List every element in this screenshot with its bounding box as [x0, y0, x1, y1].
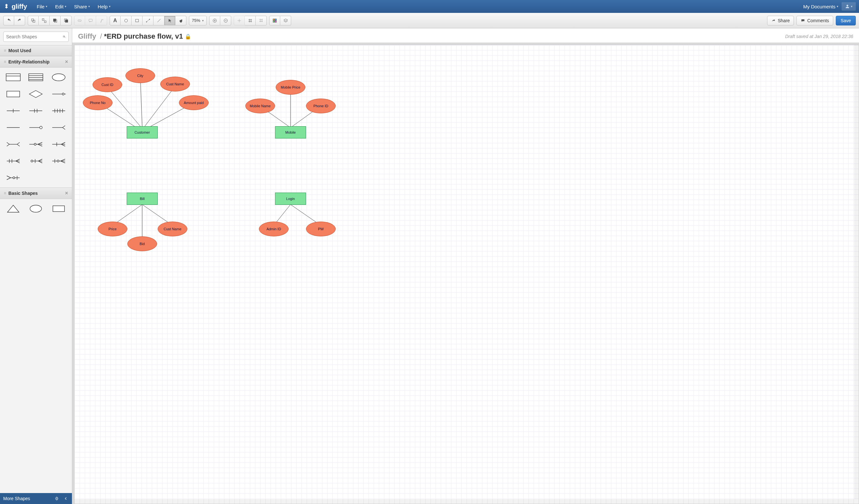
collapse-vertical-button[interactable]: [54, 495, 60, 501]
layers-button[interactable]: [280, 16, 291, 26]
attr-mobile-price[interactable]: Mobile Price: [276, 80, 305, 95]
comments-button[interactable]: Comments: [796, 16, 833, 26]
attr-bid[interactable]: Bid: [127, 236, 157, 251]
er-connector-zero[interactable]: [26, 121, 46, 134]
link-button[interactable]: [74, 16, 85, 26]
bring-front-button[interactable]: [50, 16, 61, 26]
menu-share[interactable]: Share▾: [74, 4, 90, 9]
entity-mobile[interactable]: Mobile: [275, 126, 306, 139]
entity-bill[interactable]: Bill: [127, 193, 158, 205]
svg-rect-16: [275, 19, 277, 20]
er-shape-single-entity[interactable]: [3, 71, 23, 84]
breadcrumb-root[interactable]: Gliffy: [78, 32, 96, 40]
er-connector-zero-one-many[interactable]: [26, 155, 46, 168]
svg-rect-6: [65, 20, 68, 22]
zoom-in-button[interactable]: [209, 16, 220, 26]
basic-shape-rectangle[interactable]: [49, 202, 69, 215]
drawing-guides-button[interactable]: [256, 16, 267, 26]
text-tool-button[interactable]: A: [110, 16, 121, 26]
attr-admin-id[interactable]: Admin ID: [259, 222, 289, 236]
collapse-sidebar-button[interactable]: [63, 495, 69, 501]
line-tool-button[interactable]: [153, 16, 164, 26]
canvas-vertical-scrollbar[interactable]: [854, 45, 859, 504]
svg-line-78: [61, 161, 65, 163]
svg-line-46: [63, 127, 65, 129]
basic-shape-triangle[interactable]: [3, 202, 23, 215]
canvas-horizontal-scrollbar[interactable]: [75, 499, 854, 504]
attr-cust-name[interactable]: Cust Name: [160, 77, 190, 92]
svg-line-90: [140, 77, 142, 126]
shape-search-input[interactable]: [6, 34, 63, 39]
show-grid-button[interactable]: [245, 16, 256, 26]
er-shape-attribute[interactable]: [49, 71, 69, 84]
user-menu-button[interactable]: ▾: [842, 2, 856, 11]
svg-rect-4: [53, 19, 56, 21]
svg-point-53: [34, 143, 36, 145]
er-connector-one-one-many[interactable]: [3, 155, 23, 168]
themes-button[interactable]: [269, 16, 280, 26]
clear-format-button[interactable]: [96, 16, 107, 26]
er-connector-none[interactable]: [3, 121, 23, 134]
er-connector-one[interactable]: [3, 104, 23, 117]
share-button[interactable]: Share: [767, 16, 794, 26]
svg-rect-1: [33, 20, 35, 22]
ungroup-button[interactable]: [39, 16, 50, 26]
attr-bill-cust-name[interactable]: Cust Name: [158, 222, 187, 236]
menu-file[interactable]: File▾: [37, 4, 47, 9]
drawing-canvas[interactable]: Phone No Cust ID City Cust Name Amount p…: [74, 45, 859, 504]
pointer-tool-button[interactable]: [164, 16, 176, 26]
shape-search[interactable]: [3, 32, 69, 42]
entity-login[interactable]: Login: [275, 193, 306, 205]
svg-point-11: [146, 21, 147, 22]
er-connector-zero-many[interactable]: [26, 138, 46, 151]
er-shape-relationship[interactable]: [26, 88, 46, 100]
rectangle-tool-button[interactable]: [132, 16, 142, 26]
attr-cust-id[interactable]: Cust ID: [92, 77, 122, 92]
close-icon[interactable]: ×: [65, 59, 68, 65]
er-shape-plain-entity[interactable]: [3, 88, 23, 100]
attr-phone-id[interactable]: Phone ID: [306, 98, 336, 113]
brand-logo[interactable]: gliffy: [3, 3, 27, 10]
pan-tool-button[interactable]: [176, 16, 186, 26]
basic-shape-ellipse[interactable]: [26, 202, 46, 215]
save-button[interactable]: Save: [836, 16, 856, 26]
category-entity-relationship[interactable]: ≡ Entity-Relationship ×: [0, 56, 72, 68]
attr-pw[interactable]: PW: [306, 222, 336, 236]
zoom-out-button[interactable]: [220, 16, 231, 26]
popup-note-button[interactable]: [85, 16, 96, 26]
attr-price[interactable]: Price: [98, 222, 127, 236]
connector-tool-button[interactable]: [142, 16, 153, 26]
er-connector-one-many[interactable]: [49, 138, 69, 151]
er-connector-zero-one[interactable]: [49, 88, 69, 100]
draft-status: Draft saved at Jan 29, 2018 22:36: [785, 34, 853, 39]
more-shapes-link[interactable]: More Shapes: [3, 496, 30, 501]
send-back-button[interactable]: [61, 16, 72, 26]
menu-help[interactable]: Help▾: [98, 4, 110, 9]
er-connector-one-one-both[interactable]: [49, 104, 69, 117]
group-button[interactable]: [28, 16, 39, 26]
attr-amount-paid[interactable]: Amount paid: [179, 95, 209, 110]
my-documents-link[interactable]: My Documents▾: [803, 4, 838, 9]
zoom-select[interactable]: 75% ▾: [189, 16, 207, 26]
attr-phone-no[interactable]: Phone No: [83, 95, 112, 110]
svg-point-43: [40, 126, 42, 129]
redo-button[interactable]: [14, 16, 25, 26]
attr-city[interactable]: City: [125, 68, 155, 83]
er-connector-many-zero-one[interactable]: [3, 171, 23, 184]
er-connector-many[interactable]: [49, 121, 69, 134]
undo-button[interactable]: [3, 16, 14, 26]
er-connector-one-zero-many[interactable]: [49, 155, 69, 168]
er-connector-many-many[interactable]: [3, 138, 23, 151]
ellipse-tool-button[interactable]: [121, 16, 132, 26]
attr-mobile-name[interactable]: Mobile Name: [245, 98, 275, 113]
document-title[interactable]: *ERD purchase flow, v1: [104, 32, 183, 41]
snap-to-grid-button[interactable]: [234, 16, 245, 26]
entity-customer[interactable]: Customer: [127, 126, 158, 139]
category-most-used[interactable]: ≡ Most Used: [0, 45, 72, 56]
menu-edit[interactable]: Edit▾: [55, 4, 66, 9]
close-icon[interactable]: ×: [65, 190, 68, 196]
grip-icon: ≡: [4, 48, 6, 53]
category-basic-shapes[interactable]: ≡ Basic Shapes ×: [0, 187, 72, 199]
er-connector-one-one[interactable]: [26, 104, 46, 117]
er-shape-multi-entity[interactable]: [26, 71, 46, 84]
